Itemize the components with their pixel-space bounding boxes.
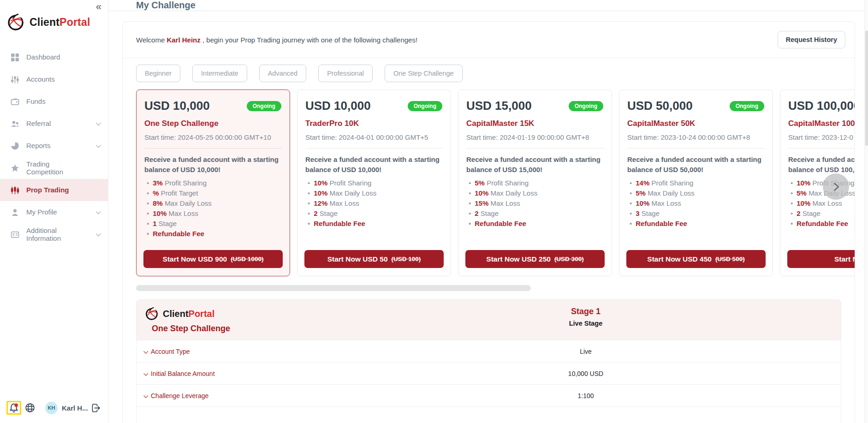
start-now-button[interactable]: Start Now USD 900(USD 1000) — [143, 250, 283, 268]
sidebar-item-accounts[interactable]: Accounts — [0, 68, 108, 90]
feature-item: 12% Max Loss — [305, 199, 443, 207]
welcome-prefix: Welcome — [136, 36, 166, 44]
start-now-button[interactable]: Start Now USD 450(USD 500) — [626, 250, 766, 268]
welcome-username: Karl Heinz — [166, 36, 200, 44]
filter-advanced[interactable]: Advanced — [259, 65, 307, 82]
dashboard-icon — [11, 53, 19, 62]
start-now-button[interactable]: Start Now US — [787, 250, 855, 268]
filter-one-step-challenge[interactable]: One Step Challenge — [385, 65, 463, 82]
avatar[interactable]: KH — [45, 402, 58, 414]
table-row-partial — [137, 406, 841, 423]
feature-item: 10% Max Loss — [144, 209, 282, 217]
language-button[interactable] — [25, 403, 35, 413]
brand-name: ClientPortal — [163, 309, 214, 319]
chevron-down-icon — [143, 393, 148, 398]
status-badge: Ongoing — [730, 101, 764, 111]
row-toggle-challenge-leverage[interactable]: Challenge Leverage — [144, 385, 208, 407]
vertical-scrollbar-thumb[interactable] — [865, 30, 868, 146]
divider — [788, 148, 855, 149]
feature-item: Refundable Fee — [788, 220, 855, 227]
sidebar-nav: Dashboard Accounts Funds Referral — [0, 46, 108, 245]
feature-value: 10% — [314, 179, 327, 187]
accounts-icon — [11, 75, 19, 84]
divider — [144, 148, 282, 149]
divider — [466, 148, 604, 149]
feature-value: 2 — [797, 209, 800, 217]
carousel-next-button[interactable] — [823, 173, 849, 200]
logout-button[interactable] — [91, 403, 101, 413]
filter-chips: Beginner Intermediate Advanced Professio… — [123, 58, 855, 82]
chevron-down-icon — [143, 349, 148, 353]
challenge-card-capitalmaster-15k[interactable]: USD 15,000 Ongoing CapitalMaster 15K Sta… — [458, 89, 612, 276]
sidebar-item-referral[interactable]: Referral — [0, 113, 108, 135]
notifications-button[interactable] — [6, 401, 21, 415]
feature-value: 10% — [636, 199, 649, 207]
feature-value: 8% — [153, 199, 163, 207]
star-icon — [11, 164, 19, 173]
sidebar-item-reports[interactable]: Reports — [0, 135, 108, 157]
status-badge: Ongoing — [569, 101, 603, 111]
reports-icon — [11, 142, 19, 150]
cta-label: Start Now USD 900 — [163, 255, 227, 263]
row-label: Challenge Leverage — [151, 392, 208, 399]
card-description: Receive a funded account with a starting… — [305, 155, 444, 175]
vertical-scrollbar[interactable] — [864, 0, 868, 423]
card-start-time: Start time: 2023-10-24 00:00:00 GMT+8 — [627, 133, 765, 141]
sidebar-item-label: Prop Trading — [26, 186, 69, 194]
filter-professional[interactable]: Professional — [318, 65, 373, 82]
sidebar-item-dashboard[interactable]: Dashboard — [0, 46, 108, 68]
feature-item: 15% Max Loss — [466, 199, 604, 207]
start-now-button[interactable]: Start Now USD 250(USD 300) — [465, 250, 605, 268]
card-start-time: Start time: 2024-04-01 00:00:00 GMT+5 — [305, 133, 443, 141]
feature-value: 3 — [636, 209, 639, 217]
feature-item: 5% Max Daily Loss — [627, 189, 765, 197]
feature-item: 14% Profit Sharing — [627, 179, 765, 187]
feature-item: 2 Stage — [305, 209, 443, 217]
feature-label: Refundable Fee — [475, 220, 526, 227]
card-features: 3% Profit Sharing % Profit Target 8% Max… — [144, 179, 282, 238]
challenge-table-header: ClientPortal One Step Challenge Stage 1 … — [137, 300, 841, 340]
feature-item: % Profit Target — [144, 189, 282, 197]
feature-label: Stage — [803, 209, 820, 217]
feature-item: 10% Max Loss — [788, 199, 855, 207]
feature-label: Stage — [642, 209, 660, 217]
feature-item: 2 Stage — [788, 209, 855, 217]
sidebar-item-trading-competition[interactable]: Trading Competition — [0, 157, 108, 179]
candlestick-chart-icon — [11, 186, 19, 195]
challenge-card-traderpro-10k[interactable]: USD 10,000 Ongoing TraderPro 10K Start t… — [297, 89, 451, 276]
feature-item: Refundable Fee — [305, 220, 443, 227]
sidebar-item-prop-trading[interactable]: Prop Trading — [0, 179, 108, 201]
feature-label: Profit Sharing — [165, 179, 207, 187]
card-description: Receive a funded account with a starting… — [627, 155, 766, 175]
sidebar-collapse-icon[interactable]: « — [96, 2, 101, 12]
card-description: Receive a funded account with a starting… — [788, 155, 855, 175]
feature-item: 8% Max Daily Loss — [144, 199, 282, 207]
horizontal-scrollbar-thumb[interactable] — [136, 285, 531, 291]
challenge-card-capitalmaster-50k[interactable]: USD 50,000 Ongoing CapitalMaster 50K Sta… — [619, 89, 773, 276]
feature-label: Max Daily Loss — [329, 189, 376, 197]
feature-value: 5% — [475, 179, 485, 187]
feature-label: Stage — [481, 209, 499, 217]
row-toggle-initial-balance[interactable]: Initial Balance Amount — [144, 363, 215, 385]
card-start-time: Start time: 2024-05-25 00:00:00 GMT+10 — [144, 133, 282, 141]
cta-label: Start Now USD 450 — [647, 255, 712, 263]
challenge-card-one-step[interactable]: USD 10,000 Ongoing One Step Challenge St… — [136, 89, 290, 276]
card-features: 5% Profit Sharing 10% Max Daily Loss 15%… — [466, 179, 604, 227]
sidebar-item-additional-information[interactable]: Additional Information — [0, 223, 108, 245]
row-label: Account Type — [151, 348, 190, 355]
chevron-down-icon — [96, 143, 101, 148]
filter-intermediate[interactable]: Intermediate — [192, 65, 247, 82]
feature-value: 1 — [153, 220, 156, 227]
feature-item: 5% Profit Sharing — [466, 179, 604, 187]
filter-beginner[interactable]: Beginner — [136, 65, 180, 82]
request-history-button[interactable]: Request History — [778, 31, 845, 48]
main-area: My Challenge Welcome Karl Heinz , begin … — [108, 0, 868, 423]
sidebar-footer: KH Karl H... — [0, 401, 108, 423]
cta-old-price: (USD 1000) — [231, 256, 263, 262]
sidebar-item-funds[interactable]: Funds — [0, 90, 108, 113]
sidebar-item-my-profile[interactable]: My Profile — [0, 201, 108, 223]
feature-label: Refundable Fee — [314, 220, 365, 227]
start-now-button[interactable]: Start Now USD 50(USD 100) — [304, 250, 444, 268]
feature-item: 2 Stage — [466, 209, 604, 217]
row-toggle-account-type[interactable]: Account Type — [144, 340, 190, 363]
